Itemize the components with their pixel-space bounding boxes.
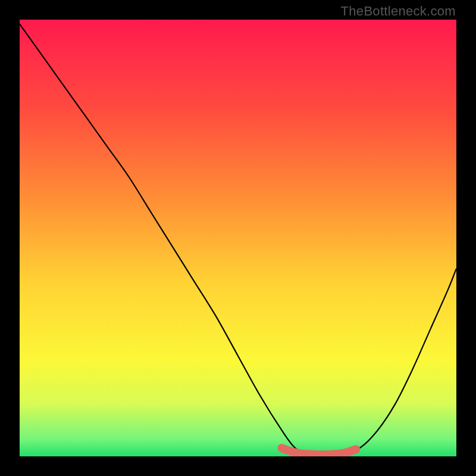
bottleneck-curve (20, 24, 456, 455)
chart-container: TheBottleneck.com (0, 0, 476, 476)
watermark-text: TheBottleneck.com (341, 4, 456, 19)
plot-area (20, 20, 456, 456)
curve-layer (20, 20, 456, 456)
optimal-band-highlight (281, 448, 356, 455)
